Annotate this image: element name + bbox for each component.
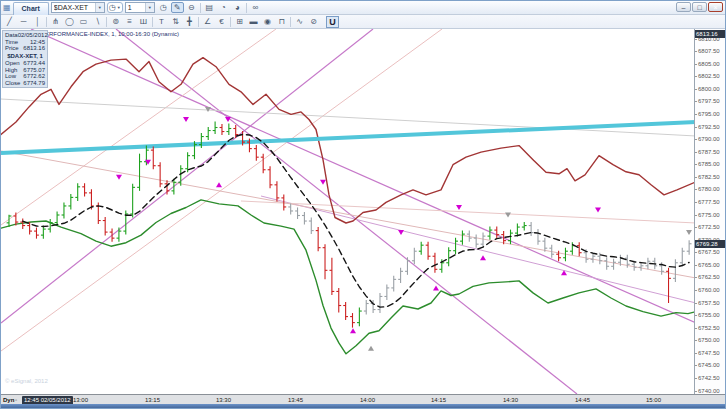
time-axis-label: 14:45 bbox=[575, 397, 590, 403]
window-controls: –□× bbox=[676, 2, 723, 12]
symbol-combo-value: $DAX-XET bbox=[54, 4, 95, 11]
wave-icon[interactable]: ∿ bbox=[293, 16, 306, 27]
sell-signal-marker bbox=[320, 180, 326, 185]
eraser-icon[interactable]: ⊘ bbox=[307, 16, 320, 27]
maximize-button[interactable]: □ bbox=[692, 2, 707, 12]
fibonacci-circle-icon[interactable]: ⊚ bbox=[109, 16, 122, 27]
close-button[interactable]: × bbox=[708, 2, 723, 12]
history-forward-icon[interactable]: ◕ bbox=[231, 2, 244, 13]
interval-combo[interactable]: 1 ▼ bbox=[125, 2, 155, 13]
price-axis-label: 6757.50 bbox=[698, 300, 720, 307]
symbol-combo[interactable]: $DAX-XET ▼ bbox=[51, 2, 105, 13]
window-bottom-edge bbox=[1, 404, 725, 408]
price-axis-label: 6745.00 bbox=[698, 362, 720, 369]
vertical-line-icon[interactable]: │ bbox=[31, 16, 44, 27]
time-axis-label: 14:00 bbox=[360, 397, 375, 403]
history-back-icon[interactable]: ◔ bbox=[217, 2, 230, 13]
panel-icon[interactable]: ▬ bbox=[247, 16, 260, 27]
price-axis-label: 6747.50 bbox=[698, 350, 720, 357]
pencil-icon[interactable]: ✎ bbox=[171, 2, 184, 13]
price-axis-label: 6765.00 bbox=[698, 262, 720, 269]
sell-signal-marker bbox=[183, 117, 189, 122]
watermark: © eSignal, 2012 bbox=[5, 378, 48, 384]
chevron-down-icon: ▼ bbox=[117, 5, 121, 10]
buy-signal-marker bbox=[433, 285, 439, 290]
minimize-button[interactable]: – bbox=[676, 2, 691, 12]
chart-area[interactable]: PERFORMANCE-INDEX, 1, 10:00-16:30 (Dynam… bbox=[1, 29, 696, 394]
price-axis-label: 6772.50 bbox=[698, 224, 720, 231]
underline-button[interactable]: U bbox=[326, 16, 339, 28]
data-panel: Data02/05/2012Time12:45Price6813.16$DAX-… bbox=[2, 30, 48, 88]
cursor-price-label: 6813.16 bbox=[695, 30, 725, 38]
price-axis-label: 6782.50 bbox=[698, 174, 720, 181]
price-axis-label: 6795.00 bbox=[698, 111, 720, 118]
channel-icon[interactable]: ⊓ bbox=[275, 16, 288, 27]
axis-scale-icon: ▫ bbox=[15, 397, 17, 403]
price-axis-label: 6800.00 bbox=[698, 86, 720, 93]
time-axis-label: 13:00 bbox=[73, 397, 88, 403]
sell-signal-marker bbox=[686, 230, 692, 235]
rectangle-icon[interactable]: ▭ bbox=[77, 16, 90, 27]
price-axis[interactable]: 6813.16 6769.28 6810.006807.506805.00680… bbox=[694, 29, 725, 394]
link-icon[interactable]: ∞ bbox=[249, 2, 262, 13]
horizontal-line-icon[interactable]: ─ bbox=[17, 16, 30, 27]
trend-line-icon[interactable]: ╱ bbox=[3, 16, 16, 27]
app-icon: ▦ bbox=[3, 4, 11, 12]
buy-signal-marker bbox=[350, 328, 356, 333]
parallel-lines-icon[interactable]: ≡ bbox=[123, 16, 136, 27]
eye-icon[interactable]: ◉ bbox=[261, 16, 274, 27]
price-axis-label: 6742.50 bbox=[698, 375, 720, 382]
chevron-down-icon: ▼ bbox=[95, 3, 104, 12]
price-axis-label: 6755.00 bbox=[698, 312, 720, 319]
regression-channel-icon[interactable]: Ш bbox=[137, 16, 150, 27]
time-frame-button[interactable]: ◷ ▼ bbox=[107, 2, 123, 13]
time-axis-label: 13:15 bbox=[145, 397, 160, 403]
toolbar-separator bbox=[290, 17, 291, 27]
time-axis-label: 13:30 bbox=[216, 397, 231, 403]
chart-window: ▦ Chart $DAX-XET ▼ ◷ ▼ 1 ▼ ◷✎⊖▤◔◕∞ –□× ╱… bbox=[0, 0, 726, 409]
session-label: Dyn bbox=[3, 397, 14, 403]
ellipse-icon[interactable]: ◯ bbox=[63, 16, 76, 27]
drawing-tools: ╱─│⋔◯▭∖⊚≡ШT⇅╋∠€⊞▬◉⊓∿⊘ bbox=[3, 16, 320, 27]
price-axis-label: 6780.00 bbox=[698, 186, 720, 193]
snapshot-icon[interactable]: ▤ bbox=[203, 2, 216, 13]
price-axis-label: 6762.50 bbox=[698, 274, 720, 281]
sell-signal-marker bbox=[398, 230, 404, 235]
angle-line-icon[interactable]: ∠ bbox=[201, 16, 214, 27]
toolbar-separator bbox=[246, 3, 247, 13]
price-chart[interactable] bbox=[1, 29, 696, 394]
price-axis-label: 6792.50 bbox=[698, 124, 720, 131]
price-axis-label: 6785.00 bbox=[698, 161, 720, 168]
toolbar-separator bbox=[46, 17, 47, 27]
grid-icon[interactable]: ⊞ bbox=[233, 16, 246, 27]
price-axis-label: 6805.00 bbox=[698, 61, 720, 68]
tab-chart[interactable]: Chart bbox=[13, 2, 49, 15]
pitchfork-icon[interactable]: ⋔ bbox=[49, 16, 62, 27]
marker-icon[interactable]: ╋ bbox=[183, 16, 196, 27]
time-axis-label: 15:00 bbox=[646, 397, 661, 403]
price-axis-label: 6775.00 bbox=[698, 212, 720, 219]
main-toolbar: ▦ Chart $DAX-XET ▼ ◷ ▼ 1 ▼ ◷✎⊖▤◔◕∞ –□× bbox=[1, 1, 725, 15]
price-axis-label: 6807.50 bbox=[698, 48, 720, 55]
price-range-icon[interactable]: ⇅ bbox=[169, 16, 182, 27]
buy-signal-marker bbox=[480, 255, 486, 260]
toolbar-separator bbox=[230, 17, 231, 27]
price-axis-label: 6790.00 bbox=[698, 136, 720, 143]
brush-icon[interactable]: ∖ bbox=[91, 16, 104, 27]
price-axis-label: 6752.50 bbox=[698, 325, 720, 332]
data-panel-header: $DAX-XET, 1 bbox=[5, 52, 45, 61]
zoom-out-icon[interactable]: ⊖ bbox=[185, 2, 198, 13]
time-frame-icon[interactable]: ◷ bbox=[157, 2, 170, 13]
drawing-toolbar: ╱─│⋔◯▭∖⊚≡ШT⇅╋∠€⊞▬◉⊓∿⊘ U bbox=[1, 15, 725, 29]
toolbar-separator bbox=[106, 17, 107, 27]
last-price-label: 6769.28 bbox=[695, 240, 725, 248]
toolbar-separator bbox=[152, 17, 153, 27]
price-axis-label: 6787.50 bbox=[698, 149, 720, 156]
price-axis-label: 6767.50 bbox=[698, 249, 720, 256]
sell-signal-marker bbox=[595, 207, 601, 212]
currency-icon[interactable]: € bbox=[215, 16, 228, 27]
chart-title: PERFORMANCE-INDEX, 1, 10:00-16:30 (Dynam… bbox=[41, 31, 179, 37]
text-tool-icon[interactable]: T bbox=[155, 16, 168, 27]
price-axis-label: 6802.50 bbox=[698, 73, 720, 80]
data-panel-row: Price6813.16 bbox=[5, 45, 45, 52]
